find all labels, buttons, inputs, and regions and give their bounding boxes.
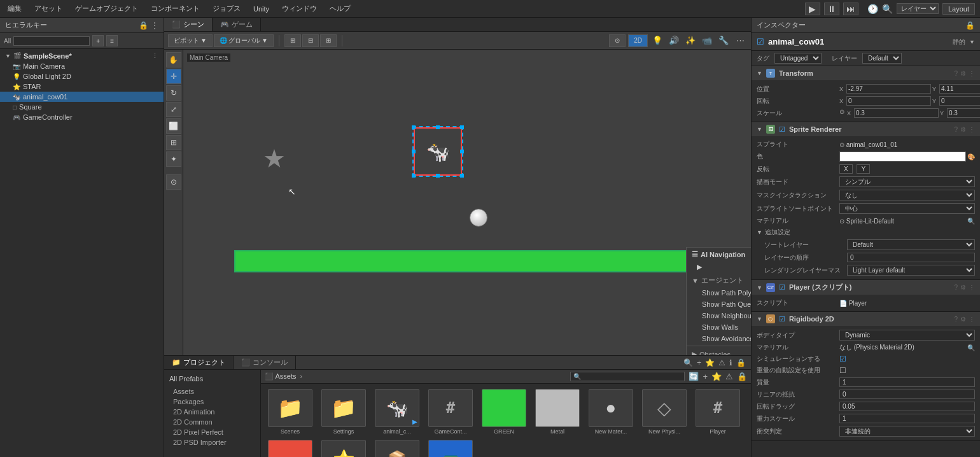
handle-bm[interactable] [436, 174, 440, 178]
sort-point-select[interactable]: 中心 [839, 203, 975, 214]
handle-ml[interactable] [412, 150, 416, 153]
viewport[interactable]: Main Camera ★ 🐄 [183, 50, 751, 355]
layer-select[interactable]: Default [862, 53, 902, 64]
player-help-icon[interactable]: ? [954, 284, 958, 291]
bottom-search-icon[interactable]: 🔍 [683, 358, 693, 367]
assets-refresh-icon[interactable]: 🔄 [689, 372, 699, 381]
color-swatch[interactable] [839, 151, 966, 162]
menu-help[interactable]: ヘルプ [327, 3, 353, 15]
rigidbody-header[interactable]: ▼ ⬡ ☑ Rigidbody 2D ? ⚙ ⋮ [752, 312, 980, 326]
global-button[interactable]: 🌐 グローバル ▼ [214, 34, 274, 47]
asset-trolley[interactable]: 🚃 トロッコ [426, 440, 475, 457]
tag-select[interactable]: Untagged [774, 53, 822, 64]
gravity-scale-input[interactable] [839, 414, 975, 423]
asset-scenes[interactable]: 📁 Scenes [266, 389, 314, 435]
left-asset-2danim[interactable]: 2D Animation [169, 407, 255, 417]
assets-search-input[interactable] [570, 372, 685, 381]
player-more-icon[interactable]: ⋮ [969, 284, 975, 291]
handle-br[interactable] [460, 174, 464, 178]
bottom-add-icon[interactable]: + [697, 358, 701, 367]
flip-x-btn[interactable]: X [839, 164, 853, 174]
transform-header[interactable]: ▼ T Transform ? ⚙ ⋮ [752, 66, 980, 80]
asset-symbol014[interactable]: ⭐ symbol014 [319, 440, 368, 457]
rb-settings-icon[interactable]: ⚙ [960, 316, 966, 323]
asset-animal-cow[interactable]: 🐄 ▶ animal_c... [373, 389, 421, 435]
left-asset-2dpixel[interactable]: 2D Pixel Perfect [169, 427, 255, 437]
grid-btn-1[interactable]: ⊞ [284, 34, 301, 47]
rb-help-icon[interactable]: ? [954, 316, 958, 323]
bottom-lock-icon[interactable]: 🔒 [736, 358, 746, 367]
render-mask-select[interactable]: Light Layer default [847, 265, 975, 276]
fx-btn[interactable]: ✨ [683, 34, 697, 47]
scene-cam-btn[interactable]: 📹 [700, 34, 714, 47]
assets-add-icon[interactable]: + [703, 372, 708, 381]
player-settings-icon[interactable]: ⚙ [960, 284, 966, 291]
auto-mass-check[interactable]: ☐ [839, 366, 846, 375]
tab-project[interactable]: 📁 プロジェクト [164, 356, 234, 369]
tab-scene[interactable]: ⬛ シーン [164, 18, 213, 31]
2d-btn[interactable]: 2D [628, 34, 648, 47]
sr-settings-icon[interactable]: ⚙ [960, 126, 966, 133]
assets-warning-icon[interactable]: ⚠ [725, 372, 733, 381]
history-icon[interactable]: 🕐 [867, 4, 878, 14]
rotate-tool-btn[interactable]: ↻ [166, 85, 181, 101]
popup-show-path-query-nodes[interactable]: Show Path Query Nodes [687, 299, 751, 310]
menu-edit[interactable]: 編集 [5, 3, 24, 15]
hierarchy-lock-icon[interactable]: 🔒 [139, 21, 148, 30]
sort-layer-select[interactable]: Default [847, 239, 975, 250]
left-asset-2dcommon[interactable]: 2D Common [169, 417, 255, 427]
static-dropdown-icon[interactable]: ▼ [969, 39, 975, 45]
hierarchy-add-btn[interactable]: + [92, 35, 104, 46]
player-header[interactable]: ▼ C# ☑ Player (スクリプト) ? ⚙ ⋮ [752, 280, 980, 295]
player-checkbox[interactable]: ☑ [779, 283, 785, 292]
rect-tool-btn[interactable]: ⬜ [166, 118, 181, 134]
rot-y-input[interactable] [939, 96, 980, 106]
flip-y-btn[interactable]: Y [857, 164, 870, 174]
hierarchy-item-square[interactable]: □ Square [0, 102, 164, 112]
popup-show-walls[interactable]: Show Walls [687, 321, 751, 333]
rb-material-more[interactable]: 🔍 [967, 344, 975, 351]
hierarchy-scene[interactable]: ▼ 🎬 SampleScene* ⋮ [0, 50, 164, 61]
tab-console[interactable]: ⬛ コンソール [234, 356, 296, 369]
inspector-lock-icon[interactable]: 🔒 [965, 21, 975, 30]
left-asset-2dpsd[interactable]: 2D PSD Importer [169, 437, 255, 447]
tab-game[interactable]: 🎮 ゲーム [213, 18, 261, 31]
custom-tool-btn[interactable]: ✦ [166, 151, 181, 167]
grid-btn-3[interactable]: ⊞ [320, 34, 337, 47]
popup-show-neighbours[interactable]: Show Neighbours [687, 310, 751, 321]
audio-btn[interactable]: 🔊 [667, 34, 681, 47]
hierarchy-item-gamecontroller[interactable]: 🎮 GameController [0, 112, 164, 122]
hierarchy-item-global-light[interactable]: 💡 Global Light 2D [0, 71, 164, 81]
asset-new-physics[interactable]: ◇ New Physi... [640, 389, 689, 435]
view-options-btn[interactable]: ⊙ [609, 34, 626, 47]
simulate-check[interactable]: ☑ [839, 355, 846, 363]
asset-player[interactable]: # Player [694, 389, 742, 435]
asset-red[interactable]: RED [266, 440, 314, 457]
rb-more-icon[interactable]: ⋮ [969, 316, 975, 323]
menu-unity[interactable]: Unity [251, 4, 272, 14]
pause-button[interactable]: ⏸ [824, 3, 839, 15]
obj-active-checkbox[interactable]: ☑ [757, 37, 764, 46]
collision-select[interactable]: 非連続的 [839, 426, 975, 437]
transform-settings-icon[interactable]: ⚙ [960, 70, 966, 77]
linear-drag-input[interactable] [839, 390, 975, 399]
color-picker-icon[interactable]: 🎨 [967, 153, 975, 160]
menu-jobs[interactable]: ジョブス [210, 3, 243, 15]
menu-window[interactable]: ウィンドウ [279, 3, 319, 15]
rot-x-input[interactable] [846, 96, 931, 106]
hand-tool-btn[interactable]: ✋ [166, 52, 181, 67]
asset-new-material[interactable]: ● New Mater... [587, 389, 635, 435]
sr-more-icon[interactable]: ⋮ [969, 126, 975, 133]
pos-y-input[interactable] [939, 84, 980, 94]
special-tool-btn[interactable]: ⊙ [166, 174, 181, 190]
scale-x-input[interactable] [854, 108, 939, 118]
star-object[interactable]: ★ [263, 144, 286, 173]
draw-mode-select[interactable]: シンプル [839, 176, 975, 187]
popup-obstacles-header[interactable]: ▶ Obstacles [687, 348, 751, 355]
handle-tm[interactable] [436, 125, 440, 129]
bottom-info-icon[interactable]: ℹ [729, 358, 732, 367]
cow-object[interactable]: 🐄 [412, 126, 463, 177]
hierarchy-item-cow[interactable]: 🐄 animal_cow01 [0, 92, 164, 102]
asset-universal[interactable]: 📦 Universal... [373, 440, 421, 457]
gizmo-btn[interactable]: 🔧 [717, 34, 731, 47]
